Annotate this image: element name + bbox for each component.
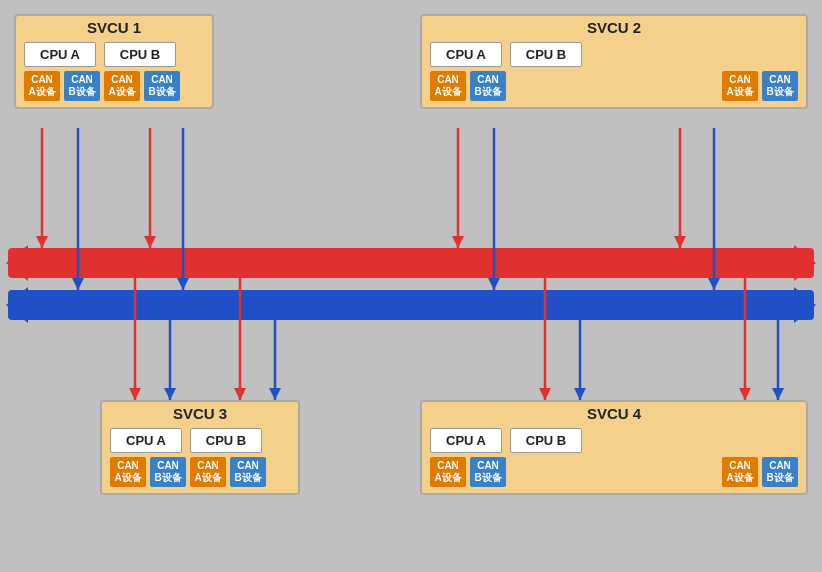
svcu4-can-a2: CANA设备 bbox=[722, 457, 758, 487]
svcu4-can-row: CANA设备 CANB设备 CANA设备 CANB设备 bbox=[422, 457, 806, 493]
svcu3-can-b1: CANB设备 bbox=[150, 457, 186, 487]
svcu2-can-row: CANA设备 CANB设备 CANA设备 CANB设备 bbox=[422, 71, 806, 107]
svcu1-can-row: CANA设备 CANB设备 CANA设备 CANB设备 bbox=[16, 71, 212, 107]
svcu2-can-b2: CANB设备 bbox=[762, 71, 798, 101]
svcu4-cpu-b: CPU B bbox=[510, 428, 582, 453]
svcu4-cpu-row: CPU A CPU B bbox=[422, 424, 806, 457]
svcu4-can-b1: CANB设备 bbox=[470, 457, 506, 487]
svcu1-can-a1: CANA设备 bbox=[24, 71, 60, 101]
svcu1-cpu-row: CPU A CPU B bbox=[16, 38, 212, 71]
svcu2-can-a1: CANA设备 bbox=[430, 71, 466, 101]
main-container: SVCU 1 CPU A CPU B CANA设备 CANB设备 CANA设备 … bbox=[0, 0, 822, 572]
svcu4-title: SVCU 4 bbox=[422, 402, 806, 424]
svcu4-can-b2: CANB设备 bbox=[762, 457, 798, 487]
svg-marker-25 bbox=[539, 388, 551, 400]
svcu1-cpu-b: CPU B bbox=[104, 42, 176, 67]
svg-marker-23 bbox=[269, 388, 281, 400]
blue-bus-label: CAN Linker B总线 bbox=[280, 294, 398, 312]
svg-marker-31 bbox=[772, 388, 784, 400]
svcu2-title: SVCU 2 bbox=[422, 16, 806, 38]
svcu3-can-row: CANA设备 CANB设备 CANA设备 CANB设备 bbox=[102, 457, 298, 493]
svcu3-cpu-b: CPU B bbox=[190, 428, 262, 453]
svcu3-title: SVCU 3 bbox=[102, 402, 298, 424]
svcu2-cpu-a: CPU A bbox=[430, 42, 502, 67]
svg-marker-3 bbox=[72, 278, 84, 290]
svcu2-cpu-b: CPU B bbox=[510, 42, 582, 67]
svcu1-can-b2: CANB设备 bbox=[144, 71, 180, 101]
svg-marker-1 bbox=[36, 236, 48, 248]
svcu2-box: SVCU 2 CPU A CPU B CANA设备 CANB设备 CANA设备 … bbox=[420, 14, 808, 109]
svg-marker-15 bbox=[708, 278, 720, 290]
svcu3-can-a1: CANA设备 bbox=[110, 457, 146, 487]
svcu3-cpu-a: CPU A bbox=[110, 428, 182, 453]
svcu1-box: SVCU 1 CPU A CPU B CANA设备 CANB设备 CANA设备 … bbox=[14, 14, 214, 109]
svg-marker-21 bbox=[234, 388, 246, 400]
svcu1-can-b1: CANB设备 bbox=[64, 71, 100, 101]
svcu4-box: SVCU 4 CPU A CPU B CANA设备 CANB设备 CANA设备 … bbox=[420, 400, 808, 495]
svg-marker-19 bbox=[164, 388, 176, 400]
svg-marker-13 bbox=[674, 236, 686, 248]
svg-marker-17 bbox=[129, 388, 141, 400]
svg-marker-5 bbox=[144, 236, 156, 248]
svcu2-can-a2: CANA设备 bbox=[722, 71, 758, 101]
svcu2-can-b1: CANB设备 bbox=[470, 71, 506, 101]
svcu1-cpu-a: CPU A bbox=[24, 42, 96, 67]
svcu1-title: SVCU 1 bbox=[16, 16, 212, 38]
svg-marker-9 bbox=[452, 236, 464, 248]
svg-marker-29 bbox=[739, 388, 751, 400]
svg-marker-27 bbox=[574, 388, 586, 400]
svcu3-can-b2: CANB设备 bbox=[230, 457, 266, 487]
svcu2-cpu-row: CPU A CPU B bbox=[422, 38, 806, 71]
blue-bus bbox=[8, 290, 814, 320]
svcu3-can-a2: CANA设备 bbox=[190, 457, 226, 487]
svcu1-can-a2: CANA设备 bbox=[104, 71, 140, 101]
svcu4-cpu-a: CPU A bbox=[430, 428, 502, 453]
svg-marker-11 bbox=[488, 278, 500, 290]
red-bus-label: CAN Linker A总线 bbox=[280, 252, 398, 270]
svcu4-can-a1: CANA设备 bbox=[430, 457, 466, 487]
red-bus bbox=[8, 248, 814, 278]
svcu3-box: SVCU 3 CPU A CPU B CANA设备 CANB设备 CANA设备 … bbox=[100, 400, 300, 495]
svg-marker-7 bbox=[177, 278, 189, 290]
svcu3-cpu-row: CPU A CPU B bbox=[102, 424, 298, 457]
